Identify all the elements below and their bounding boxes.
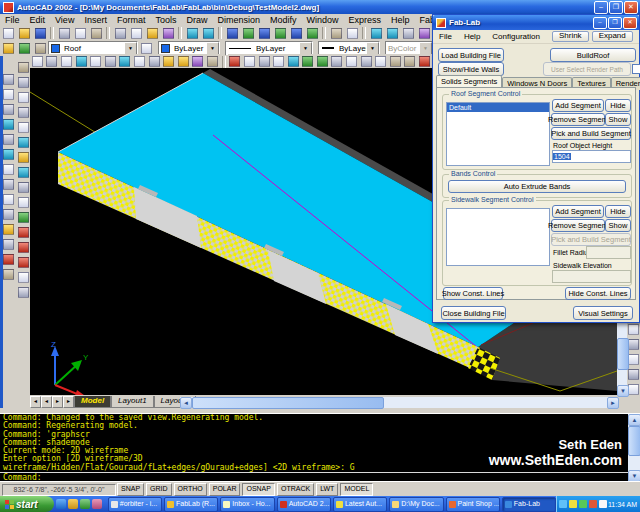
erase-icon[interactable] <box>228 54 243 69</box>
undo-icon[interactable] <box>184 26 200 41</box>
clock[interactable]: 11:34 AM <box>608 501 637 508</box>
buildroof-button[interactable]: BuildRoof <box>550 48 636 62</box>
menu-modify[interactable]: Modify <box>265 15 302 25</box>
extend-icon[interactable] <box>373 54 388 69</box>
roof-segment-list[interactable]: Default <box>446 102 550 166</box>
toggle-grid[interactable]: GRID <box>146 483 172 496</box>
construction-line-icon[interactable] <box>45 54 60 69</box>
menu-edit[interactable]: Edit <box>25 15 51 25</box>
vscroll-thumb[interactable] <box>617 338 629 370</box>
quicklaunch-app-icon[interactable] <box>92 499 102 509</box>
publish-web-icon[interactable] <box>272 26 288 41</box>
menu-view[interactable]: View <box>50 15 79 25</box>
restore-button[interactable]: ❐ <box>609 1 623 14</box>
menu-insert[interactable]: Insert <box>79 15 112 25</box>
drawing-hscrollbar[interactable]: ◄ ► <box>180 397 617 408</box>
visual-settings-button[interactable]: Visual Settings <box>573 306 633 320</box>
ellipse-icon[interactable] <box>147 54 162 69</box>
task-orbiter[interactable]: #orbiter - i... <box>108 497 162 512</box>
task-fablab-dialog[interactable]: Fab-Lab <box>502 497 556 512</box>
insert-block-icon[interactable] <box>161 54 176 69</box>
close-building-file-button[interactable]: Close Building File <box>441 306 506 320</box>
circle-icon[interactable] <box>118 54 133 69</box>
hide-const-lines-button[interactable]: Hide Const. Lines <box>565 287 631 300</box>
scroll-right-icon[interactable]: ► <box>607 397 619 409</box>
task-latest-aut[interactable]: Latest Aut... <box>333 497 387 512</box>
tray-network-icon[interactable] <box>599 500 607 508</box>
desktop-icon[interactable] <box>80 499 90 509</box>
offset-icon[interactable] <box>271 54 286 69</box>
sidewalk-add-segment-button[interactable]: Add Segment <box>552 205 604 218</box>
show-const-lines-button[interactable]: Show Const. Lines <box>443 287 503 300</box>
rotate-icon[interactable] <box>315 54 330 69</box>
sidewalk-segment-list[interactable] <box>446 208 550 266</box>
zoom-previous-icon[interactable] <box>384 26 400 41</box>
scroll-down-icon[interactable]: ▼ <box>617 385 629 397</box>
shrink-button[interactable]: Shrink <box>552 31 589 42</box>
explode-icon[interactable] <box>417 54 432 69</box>
scale-icon[interactable] <box>330 54 345 69</box>
expand-button[interactable]: Expand <box>592 31 633 42</box>
command-vscrollbar[interactable]: ▲ ▼ <box>628 414 640 481</box>
roof-hide-button[interactable]: Hide <box>605 99 631 112</box>
hyperlink-fwd-icon[interactable] <box>304 26 320 41</box>
render-path-checkbox[interactable] <box>632 64 640 74</box>
dbconnect-icon[interactable] <box>240 26 256 41</box>
drawing-vscrollbar[interactable]: ▼ <box>617 318 627 396</box>
tab-prev-icon[interactable]: ◄ <box>41 396 52 408</box>
internet-explorer-icon[interactable] <box>56 499 66 509</box>
task-inbox[interactable]: Inbox - Ho... <box>220 497 274 512</box>
menu-window[interactable]: Window <box>302 15 344 25</box>
mirror-icon[interactable] <box>257 54 272 69</box>
task-autocad[interactable]: AutoCAD 2... <box>277 497 331 512</box>
tab-last-icon[interactable]: ► <box>63 396 74 408</box>
show-hide-walls-button[interactable]: Show/Hide Walls <box>438 62 504 76</box>
roof-remove-segment-button[interactable]: Remove Segment <box>551 113 605 126</box>
tray-volume-icon[interactable] <box>579 500 587 508</box>
ucs-world-icon[interactable] <box>627 322 640 337</box>
hyperlink-back-icon[interactable] <box>288 26 304 41</box>
array-icon[interactable] <box>286 54 301 69</box>
fablab-menu-help[interactable]: Help <box>458 32 486 41</box>
tray-messenger-icon[interactable] <box>559 500 567 508</box>
toggle-snap[interactable]: SNAP <box>117 483 144 496</box>
fillet-icon[interactable] <box>403 54 418 69</box>
move-icon[interactable] <box>300 54 315 69</box>
list-item-default[interactable]: Default <box>447 103 549 112</box>
spelling-icon[interactable] <box>88 26 104 41</box>
sidewalk-remove-segment-button[interactable]: Remove Segment <box>551 219 605 232</box>
make-block-icon[interactable] <box>176 54 191 69</box>
properties-icon[interactable] <box>416 26 432 41</box>
fablab-menu-file[interactable]: File <box>433 32 458 41</box>
print-preview-icon[interactable] <box>72 26 88 41</box>
trim-icon[interactable] <box>359 54 374 69</box>
start-button[interactable]: start <box>0 496 54 512</box>
chevron-down-icon[interactable]: ▼ <box>124 42 137 55</box>
menu-file[interactable]: File <box>0 15 25 25</box>
auto-extrude-bands-button[interactable]: Auto Extrude Bands <box>448 180 626 193</box>
dialog-maximize-icon[interactable]: ❐ <box>608 17 622 29</box>
fablab-titlebar[interactable]: Fab-Lab – ❐ ✕ <box>433 15 639 30</box>
distance-icon[interactable] <box>400 26 416 41</box>
scroll-left-icon[interactable]: ◄ <box>180 397 192 409</box>
spline-icon[interactable] <box>132 54 147 69</box>
dialog-minimize-icon[interactable]: – <box>593 17 607 29</box>
polygon-icon[interactable] <box>74 54 89 69</box>
tab-next-icon[interactable]: ► <box>52 396 63 408</box>
scroll-up-icon[interactable]: ▲ <box>628 414 640 426</box>
tab-layout1[interactable]: Layout1 <box>111 396 153 408</box>
chevron-down-icon[interactable]: ▼ <box>206 42 219 55</box>
menu-help[interactable]: Help <box>386 15 415 25</box>
roof-pick-build-button[interactable]: Pick and Build Segment <box>551 127 631 140</box>
stretch-icon[interactable] <box>344 54 359 69</box>
cmdscroll-thumb[interactable] <box>628 426 640 456</box>
open-icon[interactable] <box>16 26 32 41</box>
insert-hyperlink-icon[interactable] <box>224 26 240 41</box>
chevron-down-icon[interactable]: ▼ <box>366 42 379 55</box>
etransmit-icon[interactable] <box>256 26 272 41</box>
outlook-icon[interactable] <box>68 499 78 509</box>
task-my-documents[interactable]: D:\My Doc... <box>389 497 443 512</box>
zoom-window-icon[interactable] <box>368 26 384 41</box>
sidewalk-show-button[interactable]: Show <box>605 219 631 232</box>
minimize-button[interactable]: – <box>594 1 608 14</box>
